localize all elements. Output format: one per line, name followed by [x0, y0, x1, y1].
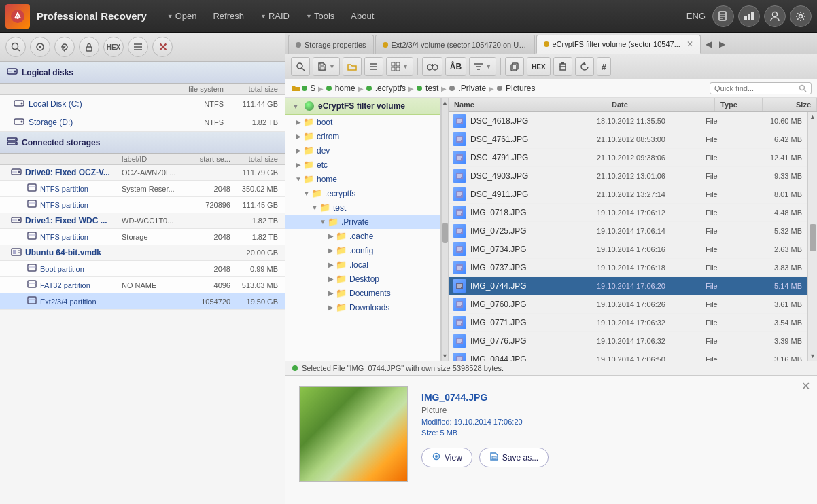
partition-item[interactable]: FAT32 partition NO NAME 4096 513.03 MB [0, 277, 285, 293]
rt-folder-btn[interactable] [343, 57, 362, 76]
tab-2[interactable]: eCryptFS filter volume (sector 10547...✕ [536, 35, 701, 54]
menu-refresh[interactable]: Refresh [206, 7, 251, 25]
storage-drive-item[interactable]: Drive0: Fixed OCZ-V... OCZ-AWNZ0F... 111… [0, 165, 285, 181]
tree-toggle[interactable]: ▶ [294, 161, 303, 168]
left-lock-btn[interactable] [79, 37, 99, 57]
file-row[interactable]: DSC_4911.JPG 21.10.2012 13:27:14 File 8.… [449, 185, 807, 204]
tree-scroll-down[interactable]: ▼ [442, 353, 448, 359]
file-row[interactable]: IMG_0744.JPG 19.10.2014 17:06:20 File 5.… [449, 277, 807, 295]
tree-item[interactable]: ▼ 📁 .Private [285, 215, 440, 229]
tree-item[interactable]: ▼ 📁 test [285, 200, 440, 215]
tree-toggle[interactable]: ▶ [326, 261, 336, 268]
tree-root-toggle[interactable]: ▼ [291, 103, 300, 110]
storage-drive-item[interactable]: Ubuntu 64-bit.vmdk 20.00 GB [0, 245, 285, 261]
tree-item[interactable]: ▶ 📁 dev [285, 143, 440, 158]
file-row[interactable]: IMG_0844.JPG 19.10.2014 17:06:50 File 3.… [449, 350, 807, 361]
file-scroll-thumb[interactable] [810, 224, 816, 251]
rt-refresh-btn[interactable] [575, 57, 594, 76]
storage-drive-item[interactable]: Drive1: Fixed WDC ... WD-WCC1T0... 1.82 … [0, 213, 285, 229]
tree-item[interactable]: ▶ 📁 boot [285, 115, 440, 129]
tab-scroll-right[interactable]: ▶ [716, 35, 729, 54]
top-documents-icon-btn[interactable] [712, 5, 734, 27]
left-list-btn[interactable] [128, 37, 148, 57]
tree-toggle[interactable]: ▶ [326, 247, 336, 254]
rt-hash-btn[interactable]: # [597, 57, 611, 76]
tree-scroll-thumb[interactable] [442, 223, 448, 243]
tree-item[interactable]: ▶ 📁 cdrom [285, 129, 440, 143]
tab-0[interactable]: Storage properties [288, 35, 374, 54]
left-search-btn[interactable] [5, 37, 26, 57]
breadcrumb-item[interactable]: $ [302, 84, 315, 93]
breadcrumb-item[interactable]: .Private [449, 84, 486, 93]
file-row[interactable]: DSC_4761.JPG 21.10.2012 08:53:00 File 6.… [449, 130, 807, 149]
tree-toggle[interactable]: ▶ [326, 289, 336, 297]
tree-toggle[interactable]: ▶ [326, 275, 336, 283]
rt-hex-btn[interactable]: HEX [527, 57, 551, 76]
tree-item[interactable]: ▶ 📁 .config [285, 243, 440, 257]
file-scroll-up[interactable]: ▲ [810, 113, 816, 120]
partition-item[interactable]: Boot partition 2048 0.99 MB [0, 261, 285, 277]
left-hex-btn[interactable]: HEX [103, 37, 124, 57]
tab-1[interactable]: Ext2/3/4 volume (sector 1054720 on Ubu..… [375, 35, 535, 54]
quick-find-box[interactable] [710, 82, 812, 94]
file-row[interactable]: IMG_0725.JPG 19.10.2014 17:06:14 File 5.… [449, 222, 807, 240]
left-scan-btn[interactable] [30, 37, 50, 57]
file-list-scrollbar[interactable]: ▲ ▼ [807, 112, 817, 361]
tree-toggle[interactable]: ▶ [294, 118, 303, 126]
left-close-btn[interactable]: ✕ [152, 37, 173, 57]
menu-about[interactable]: About [344, 7, 381, 25]
col-size[interactable]: Size [763, 98, 817, 111]
tree-toggle[interactable]: ▶ [326, 232, 336, 240]
file-row[interactable]: IMG_0771.JPG 19.10.2014 17:06:32 File 3.… [449, 314, 807, 332]
tree-item[interactable]: ▶ 📁 Downloads [285, 300, 440, 314]
rt-grid-btn[interactable]: ▼ [386, 57, 413, 76]
file-scroll-down[interactable]: ▼ [810, 353, 816, 359]
disk-item[interactable]: Local Disk (C:) NTFS 111.44 GB [0, 95, 285, 113]
rt-binoculars-btn[interactable] [422, 57, 442, 76]
tab-close-btn[interactable]: ✕ [686, 39, 693, 49]
tree-scrollbar[interactable]: ▲ ▼ [441, 98, 448, 361]
file-row[interactable]: IMG_0737.JPG 19.10.2014 17:06:18 File 3.… [449, 259, 807, 277]
col-name[interactable]: Name [449, 98, 606, 111]
rt-print-btn[interactable] [553, 57, 572, 76]
tree-item[interactable]: ▶ 📁 .local [285, 257, 440, 272]
file-row[interactable]: DSC_4791.JPG 21.10.2012 09:38:06 File 12… [449, 149, 807, 167]
tree-toggle[interactable]: ▼ [318, 218, 328, 226]
menu-tools[interactable]: ▼ Tools [299, 7, 341, 25]
tab-scroll-left[interactable]: ◀ [702, 35, 716, 54]
top-settings-icon-btn[interactable] [790, 5, 812, 27]
menu-open[interactable]: ▼ Open [160, 7, 204, 25]
tree-item[interactable]: ▶ 📁 etc [285, 158, 440, 172]
breadcrumb-item[interactable]: .ecryptfs [366, 84, 406, 93]
rt-save-btn[interactable]: ▼ [313, 57, 340, 76]
breadcrumb-item[interactable]: test [417, 84, 438, 93]
breadcrumb-item[interactable]: Pictures [497, 84, 535, 93]
col-type[interactable]: Type [715, 98, 763, 111]
partition-item[interactable]: NTFS partition Storage 2048 1.82 TB [0, 229, 285, 245]
top-chart-icon-btn[interactable] [738, 5, 760, 27]
rt-copy-doc-btn[interactable] [505, 57, 524, 76]
breadcrumb-item[interactable]: home [326, 84, 355, 93]
file-row[interactable]: IMG_0718.JPG 19.10.2014 17:06:12 File 4.… [449, 204, 807, 222]
tree-toggle[interactable]: ▼ [310, 204, 319, 211]
disk-item[interactable]: Storage (D:) NTFS 1.82 TB [0, 113, 285, 132]
file-row[interactable]: IMG_0776.JPG 19.10.2014 17:06:32 File 3.… [449, 332, 807, 350]
file-row[interactable]: DSC_4618.JPG 18.10.2012 11:35:50 File 10… [449, 112, 807, 130]
quick-find-input[interactable] [714, 84, 796, 92]
file-row[interactable]: IMG_0734.JPG 19.10.2014 17:06:16 File 2.… [449, 240, 807, 259]
rt-search-btn[interactable] [291, 57, 310, 76]
tree-toggle[interactable]: ▼ [302, 190, 311, 197]
tree-item[interactable]: ▼ 📁 home [285, 172, 440, 186]
tree-root-volume[interactable]: ▼ eCryptFS filter volume [285, 98, 440, 115]
partition-item[interactable]: NTFS partition 720896 111.45 GB [0, 197, 285, 213]
left-refresh-btn[interactable] [54, 37, 75, 57]
tree-toggle[interactable]: ▶ [294, 147, 303, 154]
menu-raid[interactable]: ▼ RAID [254, 7, 296, 25]
tree-item[interactable]: ▶ 📁 Documents [285, 286, 440, 300]
col-date[interactable]: Date [606, 98, 715, 111]
top-user-icon-btn[interactable] [764, 5, 786, 27]
tree-item[interactable]: ▼ 📁 .ecryptfs [285, 186, 440, 200]
preview-save-btn[interactable]: Save as... [479, 448, 549, 467]
preview-close-btn[interactable]: ✕ [801, 380, 810, 393]
rt-ab-btn[interactable]: ÅB [445, 57, 466, 76]
